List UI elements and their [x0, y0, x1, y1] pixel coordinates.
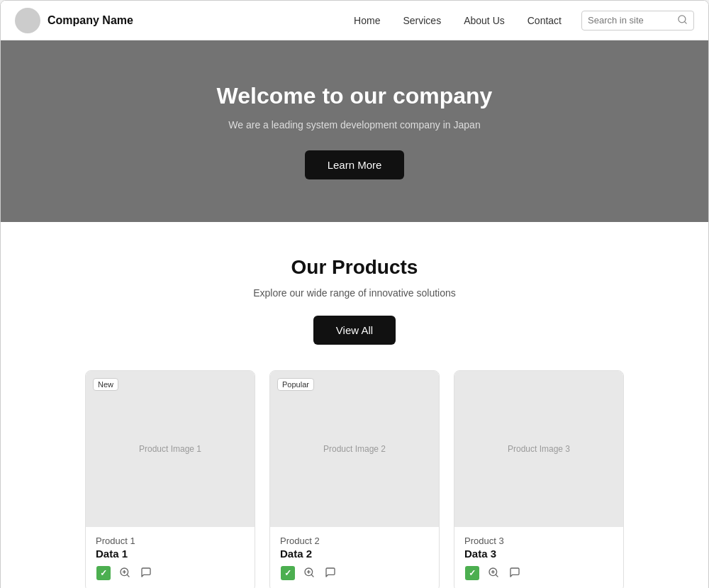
product-info-1: Product 1 Data 1 [86, 527, 255, 588]
product-image-area-2: Popular Product Image 2 [270, 371, 439, 527]
zoom-icon-1 [119, 567, 130, 580]
product-grid: New Product Image 1 Product 1 Data 1 [29, 370, 680, 588]
svg-line-3 [127, 575, 129, 577]
product-image-label-1: Product Image 1 [139, 444, 201, 454]
svg-line-1 [684, 21, 686, 23]
product-actions-1 [96, 565, 245, 581]
navbar-links: Home Services About Us Contact [345, 11, 694, 30]
check-button-1[interactable] [96, 565, 111, 581]
product-card-1: New Product Image 1 Product 1 Data 1 [85, 370, 255, 588]
products-section: Our Products Explore our wide range of i… [1, 222, 708, 588]
svg-line-7 [311, 575, 313, 577]
search-box[interactable] [581, 11, 694, 30]
check-icon-2 [281, 566, 295, 580]
nav-link-home[interactable]: Home [345, 11, 389, 30]
chat-icon-2 [325, 567, 336, 580]
chat-icon-1 [140, 567, 152, 580]
nav-link-services[interactable]: Services [394, 11, 450, 30]
product-image-area-1: New Product Image 1 [86, 371, 255, 527]
product-data-3: Data 3 [464, 548, 613, 560]
hero-section: Welcome to our company We are a leading … [1, 40, 708, 222]
product-card-2: Popular Product Image 2 Product 2 Data 2 [269, 370, 440, 588]
product-info-3: Product 3 Data 3 [454, 527, 623, 588]
zoom-icon-3 [488, 567, 499, 580]
product-name-1: Product 1 [96, 536, 245, 546]
product-name-2: Product 2 [280, 536, 429, 546]
product-data-2: Data 2 [280, 548, 429, 560]
product-name-3: Product 3 [464, 536, 613, 546]
product-data-1: Data 1 [96, 548, 245, 560]
view-all-button[interactable]: View All [313, 316, 396, 345]
check-icon-1 [96, 566, 111, 580]
nav-link-about-us[interactable]: About Us [455, 11, 513, 30]
product-actions-2 [280, 565, 429, 581]
products-subtitle: Explore our wide range of innovative sol… [29, 287, 680, 299]
hero-subtitle: We are a leading system development comp… [15, 119, 694, 131]
product-badge-2: Popular [277, 378, 314, 391]
product-image-label-2: Product Image 2 [323, 444, 386, 454]
product-image-label-3: Product Image 3 [508, 444, 570, 454]
product-image-area-3: Product Image 3 [454, 371, 623, 527]
chat-button-3[interactable] [507, 565, 523, 581]
chat-icon-3 [509, 567, 520, 580]
product-actions-3 [464, 565, 613, 581]
zoom-icon-2 [303, 567, 315, 580]
check-button-2[interactable] [280, 565, 296, 581]
zoom-button-2[interactable] [301, 565, 317, 581]
svg-line-11 [496, 575, 498, 577]
product-badge-1: New [93, 378, 118, 391]
navbar: Company Name Home Services About Us Cont… [1, 1, 708, 40]
logo-avatar [15, 8, 40, 33]
company-logo[interactable]: Company Name [15, 8, 133, 33]
chat-button-2[interactable] [323, 565, 338, 581]
zoom-button-1[interactable] [117, 565, 133, 581]
check-button-3[interactable] [464, 565, 480, 581]
check-icon-3 [465, 566, 479, 580]
search-icon [677, 14, 688, 27]
hero-title: Welcome to our company [15, 83, 694, 109]
nav-link-contact[interactable]: Contact [519, 11, 570, 30]
zoom-button-3[interactable] [486, 565, 501, 581]
hero-cta-button[interactable]: Learn More [305, 150, 405, 179]
chat-button-1[interactable] [138, 565, 154, 581]
search-input[interactable] [588, 15, 673, 26]
company-name: Company Name [48, 14, 133, 27]
product-info-2: Product 2 Data 2 [270, 527, 439, 588]
product-card-3: Product Image 3 Product 3 Data 3 [454, 370, 624, 588]
products-title: Our Products [29, 256, 680, 279]
